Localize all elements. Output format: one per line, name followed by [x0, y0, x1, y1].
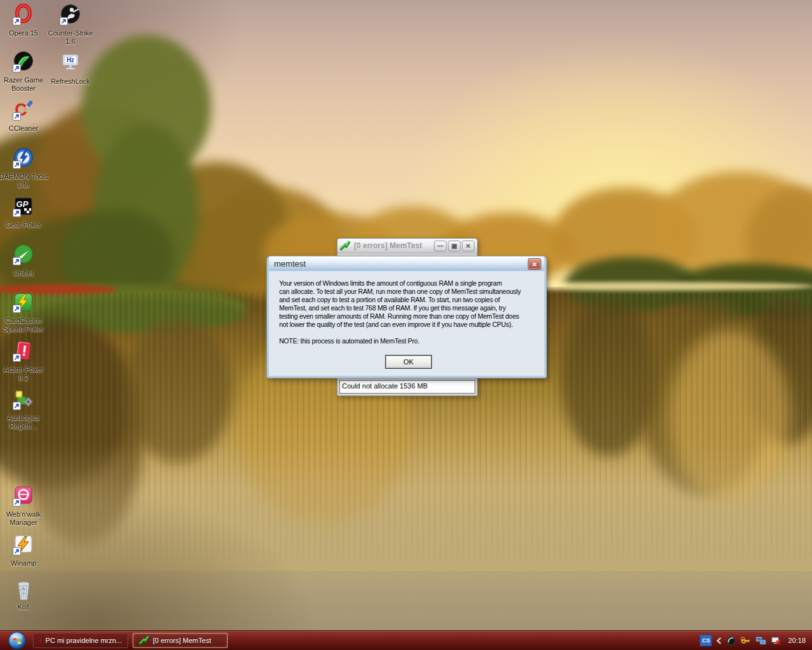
- memtest-app-icon: [340, 241, 350, 251]
- taskbar: PC mi pravidelne mrzn... [0 errors] MemT…: [0, 630, 812, 650]
- shortcut-arrow-icon: [13, 17, 21, 25]
- shortcut-arrow-icon: [13, 209, 21, 217]
- gear-poker-icon: GP: [13, 196, 34, 217]
- desktop-icon-label: Unibet: [0, 269, 55, 277]
- close-button[interactable]: ✕: [462, 241, 475, 251]
- desktop-icon-refreshlock[interactable]: HzRefreshLock: [39, 52, 102, 86]
- taskbar-button-label: [0 errors] MemTest: [153, 637, 211, 644]
- desktop-screen: Opera 15Counter-Strike1.6Razer GameBoost…: [0, 0, 812, 650]
- desktop-icon-action-poker[interactable]: !Action Poker8.2: [0, 340, 55, 382]
- desktop-icon-recycle-bin[interactable]: Koš: [0, 578, 55, 611]
- dialog-message-line: can allocate. To test all your RAM, run …: [279, 288, 521, 296]
- clock[interactable]: 20:18: [788, 637, 806, 644]
- action-poker-icon: !: [13, 340, 34, 362]
- opera-icon: [39, 636, 42, 646]
- dialog-message-line: not lower the quality of the test (and c…: [279, 321, 521, 329]
- system-tray: CS: [700, 635, 812, 646]
- counter-strike-icon: [60, 4, 81, 25]
- desktop-icon-unibet[interactable]: Unibet: [0, 244, 55, 277]
- collapse-chevron-icon[interactable]: [716, 637, 722, 645]
- keys-icon[interactable]: [740, 636, 751, 646]
- daemon-tools-tray-icon[interactable]: [726, 636, 736, 646]
- shortcut-arrow-icon: [13, 305, 21, 313]
- memtest-window-title: [0 errors] MemTest: [354, 241, 433, 250]
- taskbar-button-opera[interactable]: PC mi pravidelne mrzn...: [33, 633, 128, 648]
- shortcut-arrow-icon: [13, 354, 21, 362]
- daemon-tools-lite-icon: [13, 147, 34, 169]
- shortcut-arrow-icon: [13, 547, 21, 555]
- cardcasino-speed-poker-icon: [13, 291, 34, 313]
- desktop-icon-gear-poker[interactable]: GPGear Poker: [0, 196, 55, 229]
- dialog-message-line: MemTest, and set each to test 768 MB of …: [279, 304, 521, 312]
- shortcut-arrow-icon: [13, 64, 21, 72]
- shortcut-arrow-icon: [13, 112, 21, 121]
- desktop-icon-label: DAEMON ToolsLite: [0, 173, 55, 189]
- desktop-icon-ccleaner[interactable]: CCCleaner: [0, 99, 55, 133]
- dialog-close-button[interactable]: ✕: [528, 258, 541, 270]
- desktop-icon-label: Winamp: [0, 559, 55, 567]
- unibet-icon: [13, 244, 34, 265]
- desktop-icon-label: Gear Poker: [0, 221, 55, 229]
- language-indicator[interactable]: CS: [700, 635, 712, 646]
- webnwalk-manager-icon: [13, 485, 34, 507]
- dialog-note: NOTE: this process is automated in MemTe…: [279, 337, 419, 345]
- desktop-icon-label: Action Poker8.2: [0, 366, 55, 382]
- network-icon[interactable]: [756, 636, 766, 646]
- dialog-message-line: and set each copy to test a portion of a…: [279, 296, 521, 304]
- windows-orb-icon: [8, 631, 27, 650]
- shortcut-arrow-icon: [13, 498, 21, 507]
- desktop-icon-label: Web'n'walkManager: [0, 510, 55, 527]
- dialog-message-line: Your version of Windows limits the amoun…: [279, 279, 521, 288]
- svg-text:GP: GP: [16, 199, 29, 209]
- memtest-icon: [139, 635, 149, 646]
- recycle-bin-icon: [13, 578, 34, 599]
- memtest-window-titlebar[interactable]: [0 errors] MemTest — ▣ ✕: [337, 239, 477, 253]
- desktop-icon-webnwalk-manager[interactable]: Web'n'walkManager: [0, 485, 55, 527]
- auslogics-registry-icon: [13, 388, 34, 410]
- desktop-icon-label: CardCasinoSpeed Poker: [0, 317, 55, 333]
- dialog-titlebar[interactable]: memtest ✕: [269, 256, 544, 271]
- desktop-icon-label: Koš: [0, 603, 55, 611]
- shortcut-arrow-icon: [13, 161, 21, 169]
- desktop-icon-auslogics-registry[interactable]: AusLogicsRegistr...: [0, 388, 55, 430]
- desktop-icon-label: AusLogicsRegistr...: [0, 414, 55, 430]
- restore-button[interactable]: ▣: [448, 241, 461, 251]
- taskbar-button-label: PC mi pravidelne mrzn...: [46, 637, 122, 644]
- ccleaner-icon: C: [13, 99, 34, 121]
- minimize-button[interactable]: —: [434, 241, 447, 251]
- winamp-icon: [13, 534, 34, 555]
- start-button[interactable]: [8, 631, 27, 650]
- desktop-icon-winamp[interactable]: Winamp: [0, 534, 55, 567]
- ok-button[interactable]: OK: [385, 355, 432, 369]
- network-disconnected-icon[interactable]: [771, 636, 782, 646]
- desktop-icon-daemon-tools-lite[interactable]: DAEMON ToolsLite: [0, 147, 55, 189]
- svg-text:Hz: Hz: [67, 56, 74, 63]
- opera-15-icon: [13, 4, 34, 25]
- shortcut-arrow-icon: [13, 402, 21, 410]
- dialog-message: Your version of Windows limits the amoun…: [279, 279, 521, 329]
- allocation-status-field[interactable]: Could not allocate 1536 MB: [339, 380, 475, 394]
- dialog-title: memtest: [269, 259, 306, 269]
- desktop-icon-counter-strike[interactable]: Counter-Strike1.6: [39, 4, 102, 46]
- razer-game-booster-icon: [13, 51, 34, 72]
- desktop-icon-label: Counter-Strike1.6: [39, 29, 102, 46]
- shortcut-arrow-icon: [13, 257, 21, 265]
- dialog-message-line: testing even smaller amounts of RAM. Run…: [279, 312, 521, 321]
- taskbar-button-memtest[interactable]: [0 errors] MemTest: [133, 633, 228, 648]
- desktop-icon-cardcasino-speed-poker[interactable]: CardCasinoSpeed Poker: [0, 291, 55, 333]
- memtest-dialog: memtest ✕ Your version of Windows limits…: [267, 256, 546, 378]
- desktop-icon-label: RefreshLock: [39, 77, 102, 86]
- shortcut-arrow-icon: [60, 17, 68, 25]
- refreshlock-icon: Hz: [60, 52, 81, 74]
- desktop-icon-label: CCleaner: [0, 124, 55, 133]
